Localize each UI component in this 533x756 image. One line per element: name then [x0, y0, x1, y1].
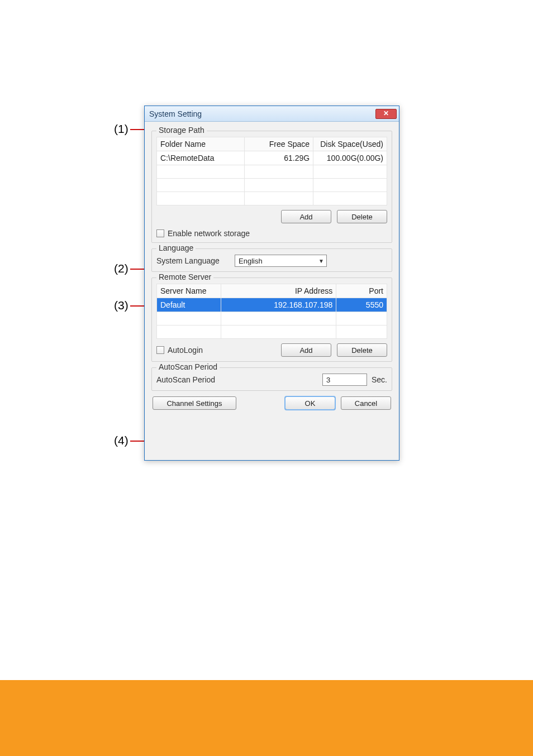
autoscan-label: AutoScan Period [156, 375, 215, 384]
checkbox-box-icon [156, 346, 164, 354]
storage-row-empty[interactable] [157, 192, 387, 205]
system-language-select[interactable]: English ▼ [235, 255, 327, 267]
storage-header-folder: Folder Name [157, 137, 245, 151]
storage-path-legend: Storage Path [156, 126, 207, 135]
storage-add-button[interactable]: Add [281, 210, 331, 223]
autoscan-group: AutoScan Period AutoScan Period 3 Sec. [151, 367, 392, 391]
storage-cell-folder: C:\RemoteData [157, 151, 245, 165]
system-language-value: English [239, 257, 263, 265]
titlebar: System Setting ✕ [145, 106, 399, 122]
channel-settings-button[interactable]: Channel Settings [153, 396, 236, 410]
server-delete-button[interactable]: Delete [337, 343, 387, 357]
storage-row-empty[interactable] [157, 165, 387, 179]
server-cell-port: 5550 [336, 298, 387, 312]
server-header-ip: IP Address [221, 284, 336, 298]
storage-header-free: Free Space [244, 137, 313, 151]
close-button[interactable]: ✕ [375, 109, 397, 119]
language-group: Language System Language English ▼ [151, 248, 392, 272]
autoscan-legend: AutoScan Period [156, 362, 220, 371]
storage-table[interactable]: Folder Name Free Space Disk Space(Used) … [156, 137, 387, 205]
ok-button[interactable]: OK [285, 396, 335, 410]
server-cell-ip: 192.168.107.198 [221, 298, 336, 312]
chevron-down-icon: ▼ [318, 258, 324, 264]
system-setting-dialog: System Setting ✕ Storage Path Folder Nam… [144, 106, 399, 461]
storage-row-empty[interactable] [157, 179, 387, 192]
callout-3: (3) [114, 299, 129, 312]
autoscan-unit: Sec. [372, 375, 387, 384]
autologin-label: AutoLogin [168, 346, 203, 355]
server-row-empty[interactable] [157, 326, 387, 339]
autoscan-value: 3 [326, 376, 330, 384]
server-header-name: Server Name [157, 284, 221, 298]
server-cell-name: Default [157, 298, 221, 312]
autologin-checkbox[interactable]: AutoLogin [156, 346, 203, 355]
storage-path-group: Storage Path Folder Name Free Space Disk… [151, 131, 392, 243]
storage-cell-disk: 100.00G(0.00G) [313, 151, 387, 165]
storage-cell-free: 61.29G [244, 151, 313, 165]
language-legend: Language [156, 243, 196, 252]
callout-4: (4) [114, 434, 129, 447]
system-language-label: System Language [156, 256, 229, 265]
autoscan-input[interactable]: 3 [322, 374, 367, 386]
footer-band [0, 680, 533, 756]
server-add-button[interactable]: Add [281, 343, 331, 357]
server-header-port: Port [336, 284, 387, 298]
close-icon: ✕ [383, 109, 389, 117]
enable-network-storage-checkbox[interactable]: Enable network storage [156, 229, 387, 238]
cancel-button[interactable]: Cancel [341, 396, 391, 410]
window-title: System Setting [149, 109, 202, 118]
callout-1: (1) [114, 122, 129, 136]
server-table[interactable]: Server Name IP Address Port Default 192.… [156, 284, 387, 339]
server-row-empty[interactable] [157, 312, 387, 326]
remote-server-group: Remote Server Server Name IP Address Por… [151, 277, 392, 362]
checkbox-box-icon [156, 229, 164, 237]
storage-row[interactable]: C:\RemoteData 61.29G 100.00G(0.00G) [157, 151, 387, 165]
storage-header-disk: Disk Space(Used) [313, 137, 387, 151]
callout-2: (2) [114, 262, 129, 275]
server-row[interactable]: Default 192.168.107.198 5550 [157, 298, 387, 312]
enable-network-storage-label: Enable network storage [168, 229, 250, 238]
remote-server-legend: Remote Server [156, 272, 213, 281]
storage-delete-button[interactable]: Delete [337, 210, 387, 223]
